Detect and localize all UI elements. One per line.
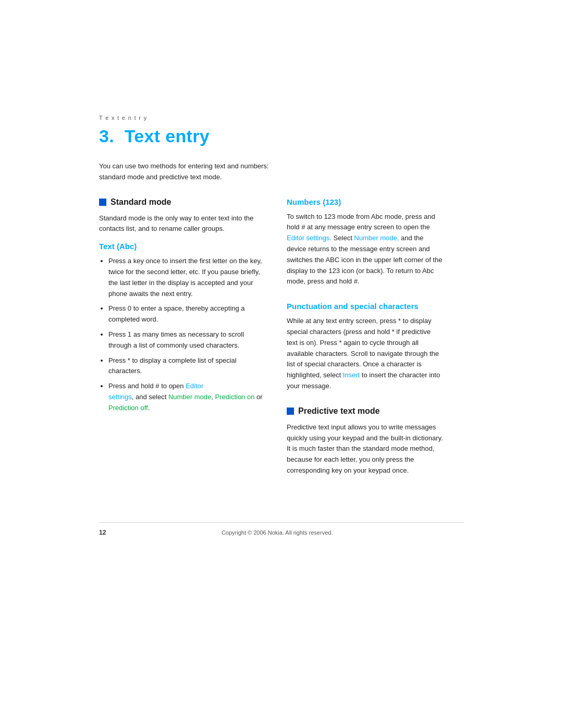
bullet-item: Press * to display a complete list of sp… [108,355,266,377]
prediction-off-link[interactable]: Prediction off [108,404,148,412]
number-mode-link2[interactable]: Number mode, [354,234,399,242]
intro-text: You can use two methods for entering tex… [99,161,276,183]
bullet-item-last: Press and hold # to open Editor settings… [108,381,266,413]
blue-box-icon2 [287,408,294,415]
breadcrumb: T e x t e n t r y [99,115,464,121]
standard-mode-heading: Standard mode [99,198,266,207]
page-footer: 12 Copyright © 2006 Nokia. All rights re… [99,522,464,536]
insert-link[interactable]: Insert [343,371,360,379]
footer-copyright: Copyright © 2006 Nokia. All rights reser… [106,529,448,536]
text-abc-bullets: Press a key once to insert the first let… [99,256,266,413]
left-column: Standard mode Standard mode is the only … [99,198,266,421]
predictive-body: Predictive text input allows you to writ… [287,422,443,476]
blue-box-icon [99,199,106,206]
footer-page-number: 12 [99,529,106,536]
chapter-title: 3. Text entry [99,126,464,146]
page: T e x t e n t r y 3. Text entry You can … [0,0,563,728]
two-column-layout: Standard mode Standard mode is the only … [99,198,464,491]
editor-settings-link2[interactable]: settings [108,393,132,401]
numbers-section: Numbers (123) To switch to 123 mode from… [287,198,443,288]
right-column: Numbers (123) To switch to 123 mode from… [287,198,443,491]
number-mode-link[interactable]: Number mode [168,393,211,401]
standard-mode-body: Standard mode is the only way to enter t… [99,213,266,235]
predictive-section: Predictive text mode Predictive text inp… [287,406,443,476]
numbers-body: To switch to 123 mode from Abc mode, pre… [287,212,443,288]
numbers-heading: Numbers (123) [287,198,443,206]
punctuation-heading: Punctuation and special characters [287,302,443,311]
prediction-on-link[interactable]: Prediction on [215,393,255,401]
text-abc-heading: Text (Abc) [99,242,266,251]
predictive-heading: Predictive text mode [287,406,443,416]
bullet-item: Press 1 as many times as necessary to sc… [108,329,266,351]
bullet-item: Press a key once to insert the first let… [108,256,266,299]
editor-settings-link3[interactable]: Editor settings. [287,234,332,242]
bullet-item: Press 0 to enter a space, thereby accept… [108,303,266,325]
punctuation-section: Punctuation and special characters While… [287,302,443,392]
editor-settings-link[interactable]: Editor [186,382,203,390]
punctuation-body: While at any text entry screen, press * … [287,316,443,392]
